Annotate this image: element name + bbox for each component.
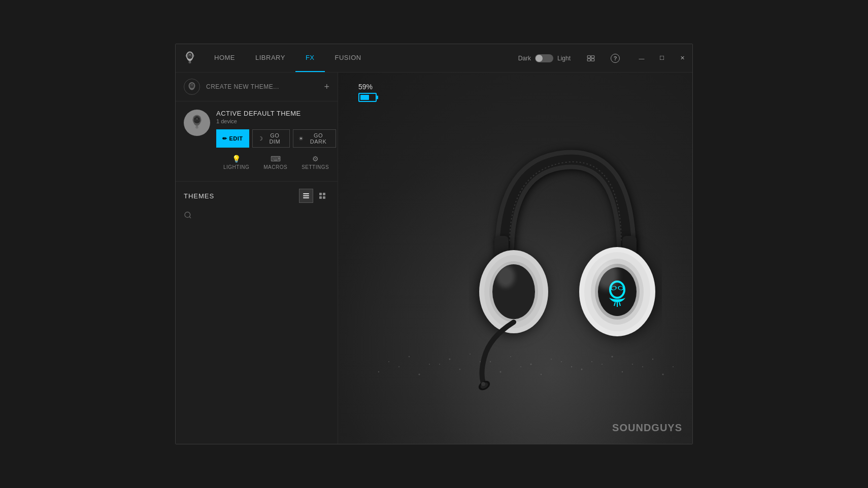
search-icon-area[interactable] [184, 211, 329, 219]
tab-library[interactable]: LIBRARY [245, 44, 295, 72]
macros-icon: ⌨ [271, 155, 281, 163]
grid-view-button[interactable] [315, 189, 329, 203]
svg-point-41 [419, 374, 420, 375]
settings-icon: ⚙ [312, 155, 319, 163]
tab-fx[interactable]: FX [295, 44, 325, 72]
macros-label: MACROS [263, 164, 287, 170]
theme-actions-row: ✏ EDIT ☽ GO DIM ☀ GO DARK [216, 129, 336, 148]
theme-title: ACTIVE DEFAULT THEME [216, 110, 336, 117]
macros-action[interactable]: ⌨ MACROS [256, 152, 294, 173]
svg-point-55 [409, 356, 410, 357]
themes-header: THEMES [176, 182, 338, 208]
create-theme-plus-icon: + [324, 82, 329, 92]
pencil-icon: ✏ [222, 135, 227, 142]
search-icon [184, 211, 192, 219]
moon-icon: ☽ [258, 135, 263, 142]
go-dark-button[interactable]: ☀ GO DARK [293, 129, 336, 148]
lighting-label: LIGHTING [223, 164, 249, 170]
soundguys-watermark: SOUNDGUYS [612, 422, 682, 434]
alien-head-small-icon [187, 82, 197, 92]
go-dim-label: GO DIM [265, 132, 284, 145]
themes-title: THEMES [184, 192, 299, 200]
main-content: CREATE NEW THEME... + [176, 73, 692, 444]
grid-view-icon [318, 192, 326, 200]
svg-point-75 [496, 265, 515, 288]
title-bar: HOME LIBRARY FX FUSION Dark Light [176, 44, 692, 73]
window-controls: — ☐ ✕ [631, 44, 692, 73]
svg-point-68 [673, 366, 674, 367]
active-theme-header: ACTIVE DEFAULT THEME 1 device ✏ EDIT ☽ G… [184, 110, 329, 173]
lighting-action[interactable]: 💡 LIGHTING [216, 152, 256, 173]
toggle-track[interactable] [535, 54, 553, 62]
create-theme-icon [184, 79, 200, 95]
svg-point-42 [439, 364, 440, 365]
svg-rect-24 [303, 193, 309, 194]
list-view-icon [302, 192, 310, 200]
svg-rect-11 [591, 58, 594, 61]
battery-percent: 59% [358, 83, 373, 91]
app-logo [176, 44, 204, 73]
svg-rect-25 [303, 195, 309, 196]
headset-svg [469, 134, 662, 398]
svg-point-57 [449, 359, 451, 360]
theme-avatar [184, 110, 210, 136]
theme-info: ACTIVE DEFAULT THEME 1 device ✏ EDIT ☽ G… [216, 110, 336, 173]
list-view-button[interactable] [299, 189, 313, 203]
svg-rect-26 [303, 197, 309, 198]
svg-rect-27 [319, 193, 322, 195]
svg-point-39 [378, 371, 379, 372]
title-bar-controls: Dark Light ? — ☐ ✕ [510, 44, 692, 73]
view-toggle [299, 189, 329, 203]
minimize-button[interactable]: — [631, 48, 652, 68]
themes-section: THEMES [176, 182, 338, 444]
dark-label: Dark [518, 55, 531, 62]
help-icon: ? [611, 54, 620, 63]
create-theme-text: CREATE NEW THEME... [206, 83, 318, 90]
svg-point-31 [185, 212, 190, 218]
close-button[interactable]: ✕ [672, 48, 692, 68]
theme-toggle[interactable]: Dark Light [510, 54, 579, 62]
light-label: Light [557, 55, 571, 62]
theme-sub-actions: 💡 LIGHTING ⌨ MACROS ⚙ SETTINGS [216, 152, 336, 173]
battery-icon [358, 93, 377, 102]
svg-rect-28 [323, 193, 325, 195]
maximize-button[interactable]: ☐ [652, 48, 672, 68]
alien-logo-icon [183, 51, 197, 65]
svg-rect-29 [319, 196, 322, 199]
svg-rect-9 [591, 55, 594, 58]
edit-button-label: EDIT [229, 135, 243, 142]
battery-fill [360, 95, 369, 100]
content-area: 59% [338, 73, 692, 444]
svg-rect-30 [323, 196, 325, 199]
svg-point-56 [429, 364, 430, 365]
sidebar: CREATE NEW THEME... + [176, 73, 338, 444]
search-bar[interactable] [176, 208, 338, 225]
settings-label: SETTINGS [302, 164, 329, 170]
svg-point-54 [388, 361, 389, 362]
go-dim-button[interactable]: ☽ GO DIM [252, 129, 290, 148]
svg-line-32 [189, 217, 191, 218]
theme-device-count: 1 device [216, 118, 336, 124]
devices-button[interactable] [579, 44, 603, 73]
svg-point-90 [481, 382, 485, 386]
headset-image [459, 119, 672, 413]
svg-rect-8 [587, 55, 590, 58]
sun-icon: ☀ [298, 135, 304, 142]
edit-button[interactable]: ✏ EDIT [216, 129, 249, 148]
toggle-thumb [536, 55, 543, 62]
settings-action[interactable]: ⚙ SETTINGS [294, 152, 336, 173]
nav-tabs: HOME LIBRARY FX FUSION [204, 44, 510, 72]
devices-icon [586, 54, 595, 63]
active-theme-section: ACTIVE DEFAULT THEME 1 device ✏ EDIT ☽ G… [176, 101, 338, 182]
tab-home[interactable]: HOME [204, 44, 245, 72]
svg-point-40 [398, 366, 399, 367]
lighting-icon: 💡 [232, 155, 241, 163]
create-theme-bar[interactable]: CREATE NEW THEME... + [176, 73, 338, 101]
go-dark-label: GO DARK [306, 132, 330, 145]
svg-rect-10 [587, 58, 590, 61]
svg-point-87 [596, 261, 618, 290]
alien-head-avatar-icon [189, 115, 205, 131]
battery-widget: 59% [358, 83, 377, 102]
tab-fusion[interactable]: FUSION [325, 44, 372, 72]
help-button[interactable]: ? [603, 44, 627, 73]
